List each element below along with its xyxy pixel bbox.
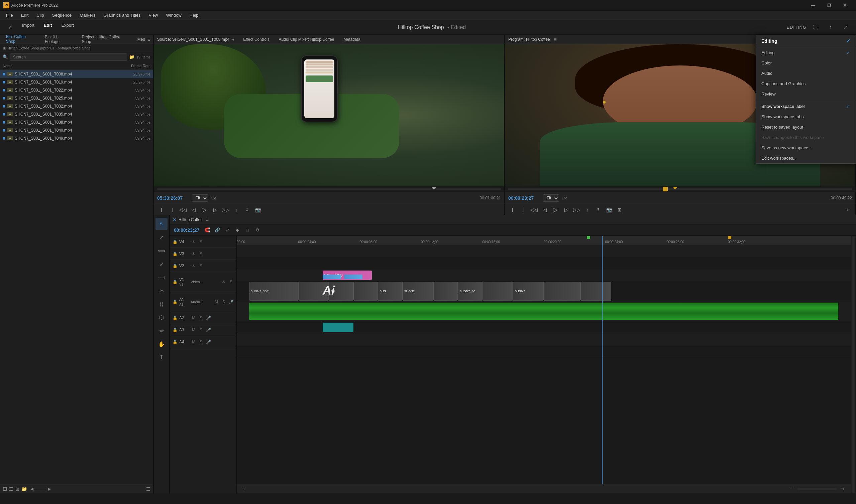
track-v2-lock-icon[interactable]: 🔒 — [172, 263, 178, 269]
workspace-menu-show-tabs[interactable]: Show workspace tabs — [756, 111, 856, 122]
track-v4-eye-icon[interactable]: 👁 — [191, 239, 196, 245]
file-row[interactable]: ▶ SHGN7_S001_S001_T038.mp4 59.94 fps — [0, 118, 153, 126]
track-a3-mic-icon[interactable]: 🎤 — [205, 327, 211, 333]
file-row[interactable]: ▶ SHGN7_S001_S001_T019.mp4 23.976 fps — [0, 78, 153, 86]
v1-clip-9[interactable] — [482, 282, 513, 301]
program-progress-track[interactable] — [508, 188, 852, 190]
track-v3-solo-icon[interactable]: S — [198, 251, 204, 257]
track-v4-solo-icon[interactable]: S — [198, 239, 204, 245]
program-lift-btn[interactable]: ↑ — [583, 205, 592, 214]
home-button[interactable]: ⌂ — [5, 22, 16, 33]
workspace-menu-color[interactable]: Color — [756, 58, 856, 68]
track-v1-eye-icon[interactable]: 👁 — [221, 279, 227, 285]
track-a2-lock-icon[interactable]: 🔒 — [172, 315, 178, 321]
program-extract-btn[interactable]: ↟ — [594, 205, 602, 214]
type-tool-btn[interactable]: T — [155, 352, 168, 363]
v1-clip-10[interactable]: SHGN7 — [513, 282, 544, 301]
v1-clip-8[interactable]: SHGN7_S0 — [458, 282, 482, 301]
effect-controls-tab[interactable]: Effect Controls — [240, 36, 273, 42]
program-go-out-btn[interactable]: ▷▷ — [572, 205, 581, 214]
file-row[interactable]: ▶ SHGN7_S001_S001_T008.mp4 23.976 fps — [0, 70, 153, 78]
file-row[interactable]: ▶ SHGN7_S001_S001_T025.mp4 59.94 fps — [0, 94, 153, 102]
v1-clip-11[interactable] — [544, 282, 581, 301]
panel-menu-btn[interactable]: ☰ — [146, 486, 151, 492]
track-a2-solo-icon[interactable]: S — [198, 315, 204, 321]
file-row[interactable]: ▶ SHGN7_S001_S001_T022.mp4 59.94 fps — [0, 86, 153, 94]
program-mark-in-btn[interactable]: ⌈ — [508, 205, 517, 214]
program-mark-out-btn[interactable]: ⌋ — [519, 205, 528, 214]
share-button[interactable]: ↑ — [825, 22, 836, 33]
program-play-btn[interactable]: ▷ — [551, 205, 560, 214]
track-v1-solo-icon[interactable]: S — [228, 279, 234, 285]
source-camera-btn[interactable]: 📷 — [254, 205, 262, 214]
track-a3-lock-icon[interactable]: 🔒 — [172, 327, 178, 333]
grid-view-btn[interactable]: ⊞ — [15, 486, 19, 492]
track-v3-eye-icon[interactable]: 👁 — [191, 251, 196, 257]
program-monitor-hamburger[interactable]: ≡ — [554, 37, 557, 42]
track-a3-solo-icon[interactable]: S — [198, 327, 204, 333]
timeline-zoom-out-btn[interactable]: − — [786, 484, 796, 494]
workspace-menu-audio[interactable]: Audio — [756, 68, 856, 78]
workspace-menu-review[interactable]: Review — [756, 89, 856, 99]
track-a1-mic-icon[interactable]: 🎤 — [228, 299, 234, 305]
tl-captions-btn[interactable]: □ — [243, 226, 252, 235]
bin-coffee-shop-tab[interactable]: Bin: Coffee Shop — [3, 34, 39, 45]
v1-clip-4[interactable] — [354, 282, 378, 301]
tl-snap-btn[interactable]: 🧲 — [203, 226, 212, 235]
workspace-menu-reset-layout[interactable]: Reset to saved layout — [756, 122, 856, 132]
menu-edit[interactable]: Edit — [18, 12, 32, 18]
workspace-menu-save-new[interactable]: Save as new workspace... — [756, 143, 856, 153]
a2-clip-1[interactable] — [323, 323, 354, 332]
source-fit-select[interactable]: Fit — [192, 194, 208, 202]
maximize-button[interactable]: ❐ — [821, 0, 837, 11]
track-a4-mic-icon[interactable]: 🎤 — [205, 339, 211, 345]
menu-sequence[interactable]: Sequence — [49, 12, 75, 18]
track-a4-lock-icon[interactable]: 🔒 — [172, 339, 178, 345]
folder-btn[interactable]: 📁 — [21, 486, 27, 492]
tl-markers-btn[interactable]: ◆ — [233, 226, 242, 235]
edit-tab[interactable]: Edit — [40, 22, 55, 33]
track-a4-mute-icon[interactable]: M — [191, 339, 196, 345]
ripple-edit-btn[interactable]: ⟺ — [155, 245, 168, 256]
hand-tool-btn[interactable]: ✋ — [155, 338, 168, 350]
menu-clip[interactable]: Clip — [33, 12, 47, 18]
v1-clip-5[interactable]: SHG — [378, 282, 402, 301]
v1-clip-12[interactable] — [581, 282, 611, 301]
tl-settings-btn[interactable]: ⚙ — [253, 226, 262, 235]
track-a3-mute-icon[interactable]: M — [191, 327, 196, 333]
timeline-close-btn[interactable]: ✕ — [173, 217, 176, 222]
track-v3-lock-icon[interactable]: 🔒 — [172, 251, 178, 257]
source-progress-track[interactable] — [157, 188, 501, 190]
timeline-zoom-in-btn[interactable]: + — [839, 484, 848, 494]
menu-window[interactable]: Window — [163, 12, 185, 18]
menu-view[interactable]: View — [145, 12, 161, 18]
file-row[interactable]: ▶ SHGN7_S001_S001_T040.mp4 59.94 fps — [0, 126, 153, 134]
source-step-back-btn[interactable]: ◁ — [189, 205, 198, 214]
timeline-ruler[interactable]: 00:00 00:00:04;00 00:00:08;00 00:00:12;0… — [237, 236, 851, 245]
rate-stretch-btn[interactable]: ⟹ — [155, 271, 168, 283]
v1-clip-6[interactable]: SHGN7 — [403, 282, 433, 301]
metadata-tab[interactable]: Metadata — [340, 36, 363, 42]
search-input[interactable] — [10, 53, 127, 61]
slip-tool-btn[interactable]: ⟨⟩ — [155, 298, 168, 310]
program-fit-select[interactable]: Fit — [543, 194, 559, 202]
file-row[interactable]: ▶ SHGN7_S001_S001_T035.mp4 59.94 fps — [0, 110, 153, 118]
source-monitor-dropdown-icon[interactable]: ▾ — [232, 37, 234, 42]
track-a4-solo-icon[interactable]: S — [198, 339, 204, 345]
timeline-zoom-slider[interactable] — [797, 488, 837, 490]
workspace-menu-edit-workspaces[interactable]: Edit workspaces... — [756, 153, 856, 163]
program-multi-cam-btn[interactable]: ⊞ — [615, 205, 624, 214]
workspace-menu-show-label[interactable]: Show workspace label ✓ — [756, 101, 856, 111]
menu-graphics-titles[interactable]: Graphics and Titles — [100, 12, 144, 18]
program-step-fwd-btn[interactable]: ▷ — [562, 205, 570, 214]
source-step-fwd-btn[interactable]: ▷ — [211, 205, 219, 214]
menu-file[interactable]: File — [3, 12, 16, 18]
import-tab[interactable]: Import — [19, 22, 38, 33]
tl-ripple-delete-btn[interactable]: ⤢ — [223, 226, 232, 235]
track-a1-mute-icon[interactable]: M — [213, 299, 219, 305]
workspace-layout-button[interactable]: ⛶ — [810, 22, 821, 33]
razor-tool-btn[interactable]: ✂ — [155, 285, 168, 296]
list-view-btn[interactable]: ☰ — [9, 486, 13, 492]
bin-01-footage-tab[interactable]: Bin: 01 Footage — [41, 34, 76, 45]
project-tab[interactable]: Project: Hilltop Coffee Shop — [78, 34, 134, 45]
